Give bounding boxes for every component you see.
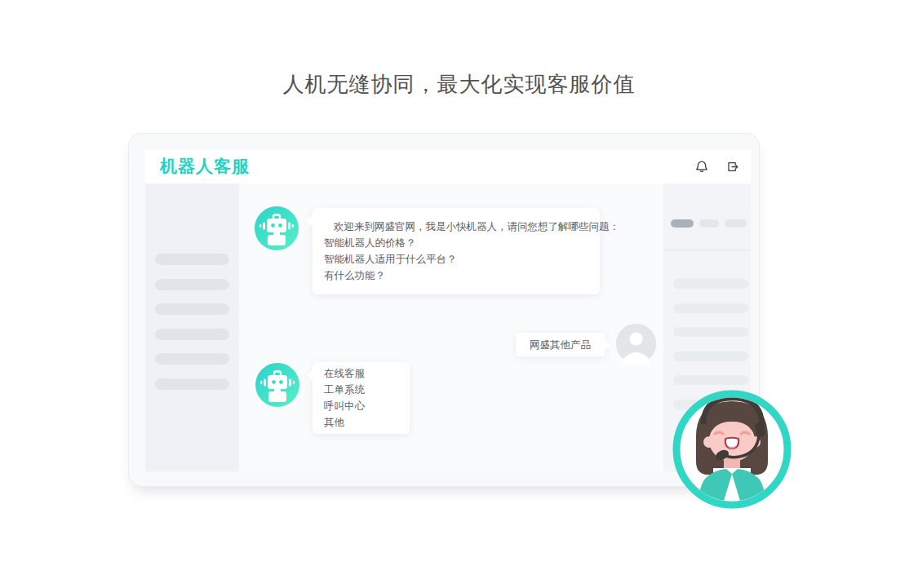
user-avatar-icon [616,324,656,364]
logout-icon[interactable] [726,160,739,174]
placeholder-bar [155,329,229,340]
robot-avatar-icon [255,363,299,407]
customer-service-agent-illustration [672,390,792,509]
menu-option-other[interactable]: 其他 [324,414,398,431]
header-icons [695,160,739,174]
placeholder-bar [155,353,229,365]
left-sidebar [145,183,239,471]
bot-option-platform[interactable]: 智能机器人适用于什么平台？ [324,251,588,267]
bubble-tail [307,214,313,228]
app-title: 机器人客服 [160,149,250,183]
chat-window-card: 机器人客服 [128,133,760,487]
menu-option-call-center[interactable]: 呼叫中心 [324,398,398,414]
chat-window-header: 机器人客服 [145,149,751,183]
bot-option-features[interactable]: 有什么功能？ [324,267,588,284]
placeholder-bar [155,303,229,315]
page-title: 人机无缝协同，最大化实现客服价值 [0,70,918,99]
placeholder-bar [155,279,229,290]
user-message-text: 网盛其他产品 [530,337,591,353]
tab-placeholder-active [671,219,694,228]
landing-page: 人机无缝协同，最大化实现客服价值 机器人客服 [0,0,918,588]
bot-welcome-text: 欢迎来到网盛官网，我是小快机器人，请问您想了解哪些问题： [324,219,588,235]
placeholder-bar [673,327,748,337]
bell-icon[interactable] [695,160,708,174]
chat-area: 欢迎来到网盛官网，我是小快机器人，请问您想了解哪些问题： 智能机器人的价格？ 智… [239,183,663,471]
placeholder-bar [673,375,748,385]
placeholder-bar [155,254,229,265]
divider [663,250,751,250]
bubble-tail [604,338,610,351]
bot-menu-bubble: 在线客服 工单系统 呼叫中心 其他 [313,362,410,434]
sidebar-tab-placeholders [671,219,747,228]
user-message-bubble: 网盛其他产品 [516,333,605,356]
bot-option-price[interactable]: 智能机器人的价格？ [324,235,588,251]
placeholder-bar [673,303,748,313]
menu-option-online-service[interactable]: 在线客服 [324,365,398,382]
robot-avatar-icon [255,206,299,250]
placeholder-bar [673,351,748,361]
chat-window-body: 欢迎来到网盛官网，我是小快机器人，请问您想了解哪些问题： 智能机器人的价格？ 智… [145,183,751,471]
placeholder-bar [673,279,748,289]
menu-option-ticket-system[interactable]: 工单系统 [324,382,398,398]
bot-message-bubble: 欢迎来到网盛官网，我是小快机器人，请问您想了解哪些问题： 智能机器人的价格？ 智… [313,208,600,294]
bubble-tail [307,369,313,382]
tab-placeholder [699,219,719,228]
tab-placeholder [725,219,747,228]
chat-window-inner: 机器人客服 [145,149,751,471]
placeholder-bar [155,378,229,390]
